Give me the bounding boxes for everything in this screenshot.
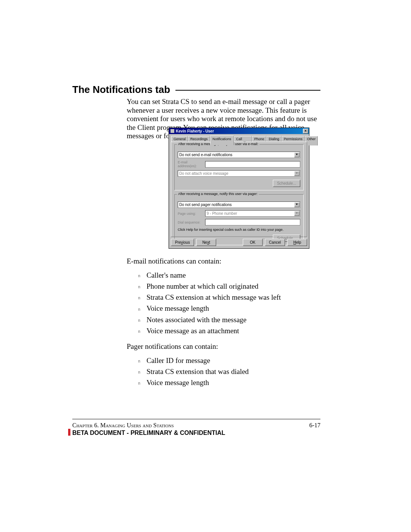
cancel-button[interactable]: Cancel	[265, 239, 285, 246]
combo-attach-voice-value: Do not attach voice message	[179, 171, 228, 176]
list-item: nVoice message as an attachment	[138, 326, 320, 337]
pager-help-note: Click Help for inserting special codes s…	[178, 228, 300, 232]
footer-chapter: Chapter 6. Managing Users and Stations	[72, 422, 174, 429]
titlebar-icon	[170, 129, 174, 133]
heading-rule	[175, 90, 320, 91]
pager-lead: Pager notifications can contain:	[127, 342, 320, 351]
chevron-down-icon[interactable]: ▼	[294, 152, 299, 157]
list-item: nStrata CS extension at which message wa…	[138, 292, 320, 303]
pager-bullets: nCaller ID for message nStrata CS extens…	[138, 355, 320, 388]
group-email: After receiving a message, notify this u…	[174, 144, 304, 190]
help-button[interactable]: Help	[287, 239, 307, 246]
tab-notifications[interactable]: Notifications	[210, 136, 234, 145]
list-item: nVoice message length	[138, 303, 320, 314]
ok-button[interactable]: OK	[243, 239, 263, 246]
combo-page-using: 9 - Phone number ▼	[205, 210, 300, 217]
combo-email-notify[interactable]: Do not send e-mail notifications ▼	[178, 152, 300, 158]
next-button[interactable]: Next	[196, 239, 216, 246]
button-schedule-email: Schedule...	[273, 180, 300, 187]
email-lead: E-mail notifications can contain:	[127, 257, 320, 265]
label-dial-sequence: Dial sequence:	[178, 220, 205, 224]
dialog-screenshot: Kevin Flaherty - User × General Recordin…	[169, 128, 309, 249]
page-number: 6-17	[309, 422, 320, 429]
footer-confidential: BETA DOCUMENT - PRELIMINARY & CONFIDENTI…	[72, 430, 320, 436]
combo-page-using-value: 9 - Phone number	[207, 211, 237, 216]
input-dial-sequence	[205, 219, 300, 225]
label-email-addresses: E-mail address(es):	[178, 160, 205, 168]
chevron-down-icon: ▼	[294, 171, 299, 176]
list-item: nNotes associated with the message	[138, 315, 320, 326]
change-bar-icon	[68, 429, 70, 436]
section-heading-text: The Notifications tab	[72, 84, 170, 96]
email-bullets: nCaller's name nPhone number at which ca…	[138, 270, 320, 337]
body-text: E-mail notifications can contain: nCalle…	[127, 257, 320, 388]
group-pager: After receiving a message, notify this u…	[174, 194, 304, 245]
combo-attach-voice: Do not attach voice message ▼	[178, 170, 300, 177]
footer-rule	[72, 419, 320, 419]
combo-email-notify-value: Do not send e-mail notifications	[179, 153, 233, 157]
document-page: The Notifications tab You can set Strata…	[0, 0, 411, 532]
tab-body: After receiving a message, notify this u…	[171, 142, 307, 237]
section-heading: The Notifications tab	[72, 84, 320, 96]
list-item: nPhone number at which call originated	[138, 281, 320, 292]
close-icon[interactable]: ×	[303, 129, 308, 134]
list-item: nCaller ID for message	[138, 355, 320, 366]
combo-pager-notify[interactable]: Do not send pager notifications ▼	[178, 201, 300, 208]
user-properties-dialog: Kevin Flaherty - User × General Recordin…	[169, 128, 309, 249]
dialog-title: Kevin Flaherty - User	[176, 129, 303, 133]
list-item: nVoice message length	[138, 377, 320, 388]
list-item: nCaller's name	[138, 270, 320, 281]
group-pager-title: After receiving a message, notify this u…	[177, 192, 259, 196]
dialog-titlebar[interactable]: Kevin Flaherty - User ×	[169, 128, 309, 134]
chevron-down-icon: ▼	[294, 211, 299, 216]
list-item: nStrata CS extension that was dialed	[138, 366, 320, 377]
input-email-addresses	[205, 161, 300, 168]
dialog-button-row: Previous Next OK Cancel Help	[171, 239, 307, 246]
previous-button[interactable]: Previous	[171, 239, 194, 246]
combo-pager-notify-value: Do not send pager notifications	[179, 203, 232, 207]
label-page-using: Page using:	[178, 212, 205, 216]
footer-row: Chapter 6. Managing Users and Stations 6…	[72, 422, 320, 429]
chevron-down-icon[interactable]: ▼	[294, 202, 299, 207]
